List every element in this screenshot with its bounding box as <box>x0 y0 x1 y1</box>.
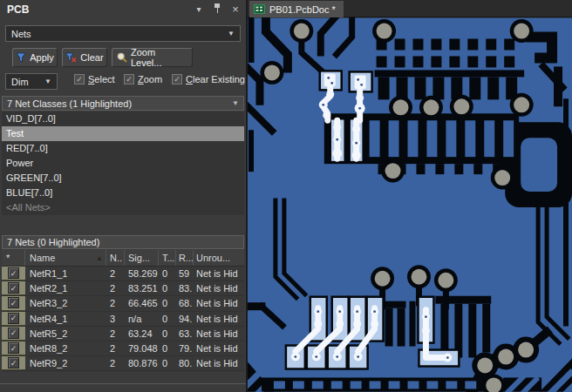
table-row[interactable]: ✓NetR1_1258.269059Net is Hid <box>2 267 244 281</box>
net-visible-checkbox[interactable]: ✓ <box>8 328 19 339</box>
net-visible-checkbox[interactable]: ✓ <box>8 313 19 324</box>
net-visible-checkbox[interactable]: ✓ <box>8 342 19 354</box>
signal-length-cell: n/a <box>125 312 159 326</box>
table-row[interactable]: ✓NetR4_13n/a094.Net is Hid <box>2 312 244 327</box>
routed-cell: 63. <box>176 327 194 341</box>
unrouted-cell: Net is Hid <box>194 341 244 355</box>
routed-cell: 59 <box>176 267 194 280</box>
col-header-nodes[interactable]: N.. <box>106 250 125 266</box>
net-enabled-cell: ✓ <box>2 341 25 355</box>
zoom-level-button[interactable]: Zoom Level... <box>112 48 193 67</box>
checkbox-label: Clear Existing <box>186 74 245 84</box>
net-visible-checkbox[interactable]: ✓ <box>8 357 19 368</box>
clear-button[interactable]: Clear <box>62 48 107 67</box>
t-cell: 0 <box>159 341 176 355</box>
net-name-cell: NetR1_1 <box>25 267 106 280</box>
net-enabled-cell: ✓ <box>2 356 25 370</box>
document-tab-label: PB01.PcbDoc * <box>269 4 336 15</box>
net-class-item[interactable]: <All Nets> <box>2 200 244 215</box>
routed-cell: 79. <box>176 341 194 355</box>
unrouted-cell: Net is Hid <box>194 296 244 310</box>
col-header-signal[interactable]: Sig... <box>125 250 159 266</box>
net-visible-checkbox[interactable]: ✓ <box>8 297 19 308</box>
checkbox[interactable]: ✓ <box>124 74 134 84</box>
unrouted-cell: Net is Hid <box>194 267 244 280</box>
document-tabbar: PB01.PcbDoc * <box>248 0 572 17</box>
signal-length-cell: 80.876 <box>125 356 159 370</box>
net-visible-checkbox[interactable]: ✓ <box>8 267 19 279</box>
net-class-item[interactable]: GREEN[7..0] <box>2 171 244 186</box>
nets-table-body: ✓NetR1_1258.269059Net is Hid✓NetR2_1283.… <box>2 267 244 372</box>
checkbox-label: Zoom <box>138 74 162 84</box>
t-cell: 0 <box>159 296 176 310</box>
net-class-item[interactable]: RED[7..0] <box>2 141 244 156</box>
net-class-item[interactable]: Power <box>2 156 244 171</box>
option-checkbox-group[interactable]: ✓Clear Existing <box>172 74 245 84</box>
net-enabled-cell: ✓ <box>2 296 25 310</box>
panel-header: PCB ▾ × <box>0 0 246 19</box>
net-classes-header[interactable]: 7 Net Classes (1 Highlighted) ▼ <box>2 96 244 111</box>
col-header-enabled[interactable]: * <box>2 250 25 266</box>
col-header-routed[interactable]: R... <box>176 250 194 266</box>
node-count-cell: 2 <box>106 281 125 295</box>
net-visible-checkbox[interactable]: ✓ <box>8 282 19 294</box>
net-class-item[interactable]: VID_D[7..0] <box>2 112 244 126</box>
apply-funnel-icon <box>16 52 26 63</box>
panel-mode-value: Nets <box>11 29 31 39</box>
net-name-cell: NetR9_2 <box>25 356 106 370</box>
net-name-cell: NetR3_2 <box>25 296 106 310</box>
table-row[interactable]: ✓NetR8_2279.048079.Net is Hid <box>2 341 244 356</box>
nets-table-header: * Name ▲ N.. Sig... T... R... Unrou... <box>2 250 244 267</box>
table-row[interactable]: ✓NetR3_2266.465068.Net is Hid <box>2 296 244 311</box>
col-header-name[interactable]: Name ▲ <box>25 250 106 266</box>
net-class-item[interactable]: Test <box>2 126 244 141</box>
option-checkbox-group[interactable]: ✓Zoom <box>124 74 162 84</box>
unrouted-cell: Net is Hid <box>194 312 244 326</box>
pcb-canvas[interactable]: .kf{fill:#05080c;} .k{stroke:#05080c;fil… <box>248 17 572 392</box>
net-class-list: VID_D[7..0]TestRED[7..0]PowerGREEN[7..0]… <box>2 112 244 215</box>
net-name-cell: NetR2_1 <box>25 281 106 295</box>
close-icon[interactable]: × <box>230 3 241 14</box>
clear-funnel-icon <box>65 52 77 63</box>
checkbox[interactable]: ✓ <box>172 74 182 84</box>
table-row[interactable]: ✓NetR5_2263.24063.Net is Hid <box>2 327 244 341</box>
unrouted-cell: Net is Hid <box>194 327 244 341</box>
pin-icon[interactable] <box>212 3 222 14</box>
node-count-cell: 2 <box>106 356 125 370</box>
routed-cell: 83. <box>176 281 194 295</box>
net-class-item[interactable]: BLUE[7..0] <box>2 186 244 200</box>
table-row[interactable]: ✓NetR9_2280.876080.Net is Hid <box>2 356 244 371</box>
t-cell: 0 <box>159 327 176 341</box>
net-enabled-cell: ✓ <box>2 267 25 280</box>
signal-length-cell: 79.048 <box>125 341 159 355</box>
panel-menu-icon[interactable]: ▾ <box>194 3 204 14</box>
checkbox[interactable]: ✓ <box>74 74 85 84</box>
signal-length-cell: 63.24 <box>125 327 159 341</box>
editor-area: PB01.PcbDoc * .kf{fill:#05080c;} .k{stro… <box>248 0 572 392</box>
node-count-cell: 3 <box>106 312 125 326</box>
option-checkbox-group[interactable]: ✓Select <box>74 74 115 84</box>
net-name-cell: NetR4_1 <box>25 312 106 326</box>
node-count-cell: 2 <box>106 296 125 310</box>
net-enabled-cell: ✓ <box>2 327 25 341</box>
sort-ascending-icon: ▲ <box>96 254 103 262</box>
chevron-down-icon: ▼ <box>232 99 239 107</box>
col-header-t[interactable]: T... <box>159 250 176 266</box>
document-tab[interactable]: PB01.PcbDoc * <box>249 1 344 17</box>
dim-dropdown[interactable]: Dim ▼ <box>5 73 58 90</box>
t-cell: 0 <box>159 267 176 280</box>
signal-length-cell: 66.465 <box>125 296 159 310</box>
pcb-panel: PCB ▾ × Nets ▼ Apply Clear <box>0 0 246 392</box>
signal-length-cell: 58.269 <box>125 267 159 280</box>
routed-cell: 68. <box>176 296 194 310</box>
col-header-unrouted[interactable]: Unrou... <box>194 250 244 266</box>
nets-header: 7 Nets (0 Highlighted) <box>2 235 244 249</box>
apply-button[interactable]: Apply <box>12 48 58 67</box>
table-row[interactable]: ✓NetR2_1283.251083.Net is Hid <box>2 281 244 296</box>
routed-cell: 80. <box>176 356 194 370</box>
panel-mode-dropdown[interactable]: Nets ▼ <box>5 25 241 42</box>
pcbdoc-icon <box>254 4 265 14</box>
signal-length-cell: 83.251 <box>125 281 159 295</box>
node-count-cell: 2 <box>106 327 125 341</box>
net-enabled-cell: ✓ <box>2 281 25 295</box>
